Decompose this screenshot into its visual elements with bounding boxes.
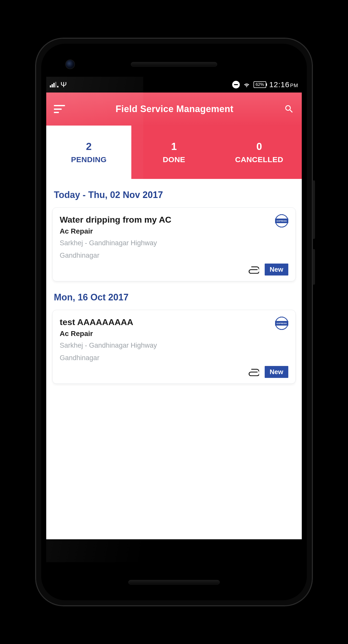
job-address-line2: Gandhinagar xyxy=(60,251,171,260)
battery-icon: 62% xyxy=(254,81,266,88)
signal-icon xyxy=(50,82,57,87)
job-card[interactable]: test AAAAAAAAA Ac Repair Sarkhej - Gandh… xyxy=(52,310,296,384)
attachment-icon[interactable] xyxy=(248,368,259,376)
speaker-icon xyxy=(128,580,220,585)
date-header: Today - Thu, 02 Nov 2017 xyxy=(54,190,294,200)
tab-count: 2 xyxy=(86,141,92,152)
job-list[interactable]: Today - Thu, 02 Nov 2017 Water dripping … xyxy=(46,179,302,539)
statusbar: Ψ 62% 12:16PM xyxy=(46,77,302,93)
wifi-icon xyxy=(243,82,250,88)
status-badge: New xyxy=(265,264,288,275)
search-icon[interactable] xyxy=(284,104,294,114)
status-badge: New xyxy=(265,366,288,378)
soft-nav-bar xyxy=(46,539,302,562)
job-category: Ac Repair xyxy=(60,330,157,338)
dnd-icon xyxy=(232,81,240,88)
tab-label: CANCELLED xyxy=(235,155,283,164)
camera-icon xyxy=(65,59,75,69)
job-card[interactable]: Water dripping from my AC Ac Repair Sark… xyxy=(52,207,296,281)
tab-label: PENDING xyxy=(71,155,107,164)
job-address-line1: Sarkhej - Gandhinagar Highway xyxy=(60,238,171,248)
job-address-line2: Gandhinagar xyxy=(60,353,157,363)
tabs: 2 PENDING 1 DONE 0 CANCELLED xyxy=(46,126,302,179)
volume-button xyxy=(312,180,315,239)
page-title: Field Service Management xyxy=(72,104,277,114)
job-category: Ac Repair xyxy=(60,227,171,235)
express-icon: EXPRESS xyxy=(275,214,288,227)
job-address-line1: Sarkhej - Gandhinagar Highway xyxy=(60,341,157,350)
tab-count: 1 xyxy=(171,141,177,152)
menu-icon[interactable] xyxy=(54,105,65,113)
phone-frame: Ψ 62% 12:16PM Field Serv xyxy=(36,38,312,606)
job-title: test AAAAAAAAA xyxy=(60,317,157,328)
usb-icon: Ψ xyxy=(60,80,67,89)
date-header: Mon, 16 Oct 2017 xyxy=(54,292,294,303)
phone-inner: Ψ 62% 12:16PM Field Serv xyxy=(41,44,307,600)
power-button xyxy=(312,249,315,285)
tab-count: 0 xyxy=(256,141,262,152)
express-icon: EXPRESS xyxy=(275,317,288,330)
clock: 12:16PM xyxy=(269,80,298,89)
earpiece-icon xyxy=(131,62,217,67)
tab-cancelled[interactable]: 0 CANCELLED xyxy=(217,126,302,179)
tab-done[interactable]: 1 DONE xyxy=(131,126,216,179)
appbar: Field Service Management xyxy=(46,93,302,126)
tab-pending[interactable]: 2 PENDING xyxy=(46,126,131,179)
attachment-icon[interactable] xyxy=(248,266,259,274)
job-title: Water dripping from my AC xyxy=(60,214,171,225)
tab-label: DONE xyxy=(163,155,185,164)
screen: Ψ 62% 12:16PM Field Serv xyxy=(46,77,302,562)
